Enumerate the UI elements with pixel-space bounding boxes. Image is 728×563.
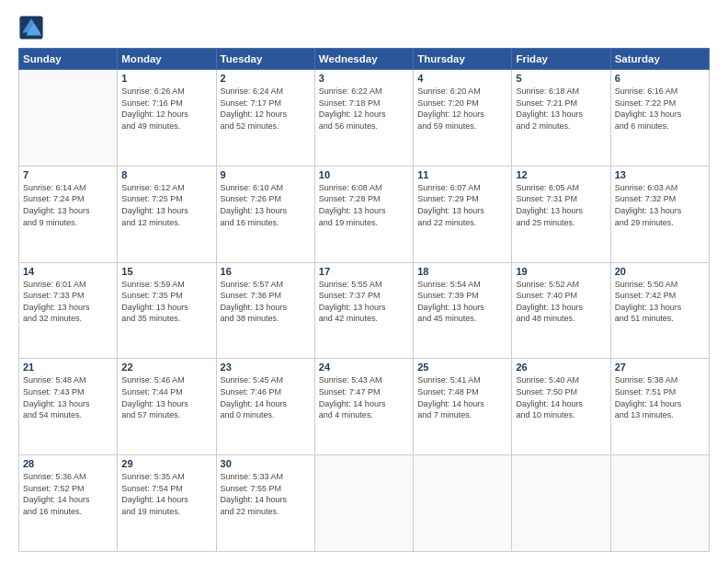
calendar-cell: 8Sunrise: 6:12 AM Sunset: 7:25 PM Daylig… <box>118 166 216 262</box>
day-number: 26 <box>516 362 606 373</box>
calendar-cell: 11Sunrise: 6:07 AM Sunset: 7:29 PM Dayli… <box>414 166 512 262</box>
day-info: Sunrise: 6:16 AM Sunset: 7:22 PM Dayligh… <box>615 86 705 132</box>
calendar-cell: 9Sunrise: 6:10 AM Sunset: 7:26 PM Daylig… <box>216 166 314 262</box>
day-number: 2 <box>221 73 311 84</box>
day-number: 18 <box>417 266 507 277</box>
calendar-cell: 22Sunrise: 5:46 AM Sunset: 7:44 PM Dayli… <box>118 359 216 455</box>
day-info: Sunrise: 5:36 AM Sunset: 7:52 PM Dayligh… <box>23 471 113 517</box>
calendar-cell: 21Sunrise: 5:48 AM Sunset: 7:43 PM Dayli… <box>19 359 118 455</box>
day-info: Sunrise: 5:52 AM Sunset: 7:40 PM Dayligh… <box>516 279 606 325</box>
day-number: 16 <box>221 266 311 277</box>
week-row-3: 14Sunrise: 6:01 AM Sunset: 7:33 PM Dayli… <box>19 262 710 359</box>
day-number: 10 <box>319 169 409 180</box>
day-number: 27 <box>615 362 705 373</box>
calendar-cell: 12Sunrise: 6:05 AM Sunset: 7:31 PM Dayli… <box>512 166 610 262</box>
calendar-cell: 28Sunrise: 5:36 AM Sunset: 7:52 PM Dayli… <box>19 455 118 552</box>
day-number: 4 <box>417 73 507 84</box>
day-number: 23 <box>221 362 311 373</box>
calendar-cell <box>314 455 413 552</box>
day-number: 22 <box>121 362 211 373</box>
week-row-4: 21Sunrise: 5:48 AM Sunset: 7:43 PM Dayli… <box>19 359 710 455</box>
day-info: Sunrise: 6:10 AM Sunset: 7:26 PM Dayligh… <box>221 182 311 228</box>
calendar-cell: 27Sunrise: 5:38 AM Sunset: 7:51 PM Dayli… <box>610 359 709 455</box>
day-info: Sunrise: 5:33 AM Sunset: 7:55 PM Dayligh… <box>221 471 311 517</box>
calendar-cell: 26Sunrise: 5:40 AM Sunset: 7:50 PM Dayli… <box>512 359 610 455</box>
calendar-cell: 25Sunrise: 5:41 AM Sunset: 7:48 PM Dayli… <box>414 359 512 455</box>
day-info: Sunrise: 6:24 AM Sunset: 7:17 PM Dayligh… <box>221 86 311 132</box>
col-header-saturday: Saturday <box>610 49 709 70</box>
day-number: 21 <box>23 362 113 373</box>
day-info: Sunrise: 5:48 AM Sunset: 7:43 PM Dayligh… <box>23 374 113 420</box>
calendar-cell: 3Sunrise: 6:22 AM Sunset: 7:18 PM Daylig… <box>314 70 413 167</box>
page: SundayMondayTuesdayWednesdayThursdayFrid… <box>0 0 728 563</box>
week-row-2: 7Sunrise: 6:14 AM Sunset: 7:24 PM Daylig… <box>19 166 710 262</box>
day-number: 13 <box>615 169 705 180</box>
day-info: Sunrise: 6:26 AM Sunset: 7:16 PM Dayligh… <box>121 86 211 132</box>
col-header-thursday: Thursday <box>414 49 512 70</box>
calendar-table: SundayMondayTuesdayWednesdayThursdayFrid… <box>18 48 710 552</box>
day-number: 30 <box>221 458 311 469</box>
day-info: Sunrise: 6:01 AM Sunset: 7:33 PM Dayligh… <box>23 279 113 325</box>
day-info: Sunrise: 6:08 AM Sunset: 7:28 PM Dayligh… <box>319 182 409 228</box>
calendar-cell: 1Sunrise: 6:26 AM Sunset: 7:16 PM Daylig… <box>118 70 216 167</box>
day-number: 29 <box>121 458 211 469</box>
calendar-cell: 20Sunrise: 5:50 AM Sunset: 7:42 PM Dayli… <box>610 262 709 359</box>
calendar-cell: 23Sunrise: 5:45 AM Sunset: 7:46 PM Dayli… <box>216 359 314 455</box>
day-number: 19 <box>516 266 606 277</box>
calendar-cell: 19Sunrise: 5:52 AM Sunset: 7:40 PM Dayli… <box>512 262 610 359</box>
day-number: 7 <box>23 169 113 180</box>
day-info: Sunrise: 5:54 AM Sunset: 7:39 PM Dayligh… <box>417 279 507 325</box>
day-info: Sunrise: 5:55 AM Sunset: 7:37 PM Dayligh… <box>319 279 409 325</box>
calendar-cell: 29Sunrise: 5:35 AM Sunset: 7:54 PM Dayli… <box>118 455 216 552</box>
calendar-cell: 13Sunrise: 6:03 AM Sunset: 7:32 PM Dayli… <box>610 166 709 262</box>
col-header-wednesday: Wednesday <box>314 49 413 70</box>
day-number: 9 <box>221 169 311 180</box>
calendar-cell: 16Sunrise: 5:57 AM Sunset: 7:36 PM Dayli… <box>216 262 314 359</box>
day-number: 5 <box>516 73 606 84</box>
calendar-cell: 7Sunrise: 6:14 AM Sunset: 7:24 PM Daylig… <box>19 166 118 262</box>
calendar-cell <box>19 70 118 167</box>
day-info: Sunrise: 5:43 AM Sunset: 7:47 PM Dayligh… <box>319 374 409 420</box>
day-number: 15 <box>121 266 211 277</box>
logo <box>18 15 48 40</box>
calendar-cell: 4Sunrise: 6:20 AM Sunset: 7:20 PM Daylig… <box>414 70 512 167</box>
col-header-monday: Monday <box>118 49 216 70</box>
calendar-cell: 24Sunrise: 5:43 AM Sunset: 7:47 PM Dayli… <box>314 359 413 455</box>
day-info: Sunrise: 6:20 AM Sunset: 7:20 PM Dayligh… <box>417 86 507 132</box>
calendar-cell <box>414 455 512 552</box>
day-info: Sunrise: 6:14 AM Sunset: 7:24 PM Dayligh… <box>23 182 113 228</box>
calendar-cell: 18Sunrise: 5:54 AM Sunset: 7:39 PM Dayli… <box>414 262 512 359</box>
header <box>18 15 710 40</box>
day-number: 17 <box>319 266 409 277</box>
day-info: Sunrise: 5:41 AM Sunset: 7:48 PM Dayligh… <box>417 374 507 420</box>
col-header-tuesday: Tuesday <box>216 49 314 70</box>
day-info: Sunrise: 6:22 AM Sunset: 7:18 PM Dayligh… <box>319 86 409 132</box>
day-number: 6 <box>615 73 705 84</box>
day-info: Sunrise: 6:07 AM Sunset: 7:29 PM Dayligh… <box>417 182 507 228</box>
day-info: Sunrise: 6:05 AM Sunset: 7:31 PM Dayligh… <box>516 182 606 228</box>
day-number: 28 <box>23 458 113 469</box>
calendar-cell <box>512 455 610 552</box>
day-info: Sunrise: 5:45 AM Sunset: 7:46 PM Dayligh… <box>221 374 311 420</box>
day-info: Sunrise: 6:12 AM Sunset: 7:25 PM Dayligh… <box>121 182 211 228</box>
day-info: Sunrise: 5:40 AM Sunset: 7:50 PM Dayligh… <box>516 374 606 420</box>
logo-icon <box>18 15 44 40</box>
day-info: Sunrise: 5:35 AM Sunset: 7:54 PM Dayligh… <box>121 471 211 517</box>
day-info: Sunrise: 5:57 AM Sunset: 7:36 PM Dayligh… <box>221 279 311 325</box>
day-number: 24 <box>319 362 409 373</box>
col-header-friday: Friday <box>512 49 610 70</box>
calendar-cell: 5Sunrise: 6:18 AM Sunset: 7:21 PM Daylig… <box>512 70 610 167</box>
calendar-cell: 2Sunrise: 6:24 AM Sunset: 7:17 PM Daylig… <box>216 70 314 167</box>
calendar-cell: 15Sunrise: 5:59 AM Sunset: 7:35 PM Dayli… <box>118 262 216 359</box>
calendar-cell: 6Sunrise: 6:16 AM Sunset: 7:22 PM Daylig… <box>610 70 709 167</box>
day-number: 25 <box>417 362 507 373</box>
header-row: SundayMondayTuesdayWednesdayThursdayFrid… <box>19 49 710 70</box>
day-info: Sunrise: 5:46 AM Sunset: 7:44 PM Dayligh… <box>121 374 211 420</box>
day-info: Sunrise: 5:59 AM Sunset: 7:35 PM Dayligh… <box>121 279 211 325</box>
day-info: Sunrise: 6:18 AM Sunset: 7:21 PM Dayligh… <box>516 86 606 132</box>
day-number: 3 <box>319 73 409 84</box>
day-number: 8 <box>121 169 211 180</box>
week-row-5: 28Sunrise: 5:36 AM Sunset: 7:52 PM Dayli… <box>19 455 710 552</box>
week-row-1: 1Sunrise: 6:26 AM Sunset: 7:16 PM Daylig… <box>19 70 710 167</box>
day-number: 12 <box>516 169 606 180</box>
